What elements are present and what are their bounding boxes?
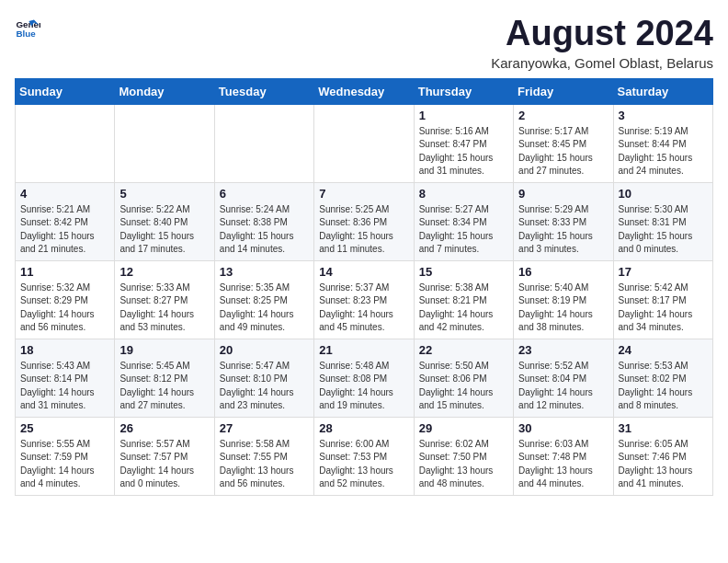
calendar-cell: 29 Sunrise: 6:02 AMSunset: 7:50 PMDaylig… [414,417,513,495]
day-number: 22 [419,343,508,357]
day-number: 11 [20,265,109,279]
calendar-cell: 26 Sunrise: 5:57 AMSunset: 7:57 PMDaylig… [115,417,214,495]
day-detail: Sunrise: 5:17 AMSunset: 8:45 PMDaylight:… [518,125,608,178]
calendar-cell: 11 Sunrise: 5:32 AMSunset: 8:29 PMDaylig… [16,260,115,339]
day-detail: Sunrise: 6:05 AMSunset: 7:46 PMDaylight:… [619,438,708,491]
logo-icon: General Blue [15,15,40,40]
day-number: 29 [419,421,508,435]
calendar-cell: 3 Sunrise: 5:19 AMSunset: 8:44 PMDayligh… [613,104,712,182]
calendar-cell: 30 Sunrise: 6:03 AMSunset: 7:48 PMDaylig… [514,417,613,495]
page-header: General Blue August 2024 Karanyowka, Gom… [15,15,713,71]
calendar-cell: 17 Sunrise: 5:42 AMSunset: 8:17 PMDaylig… [613,260,712,339]
calendar-cell: 5 Sunrise: 5:22 AMSunset: 8:40 PMDayligh… [115,182,214,260]
calendar-cell [214,104,313,182]
day-detail: Sunrise: 5:21 AMSunset: 8:42 PMDaylight:… [20,203,109,257]
day-number: 4 [20,187,109,201]
day-number: 14 [319,265,408,279]
calendar-cell [16,104,115,182]
calendar-cell: 25 Sunrise: 5:55 AMSunset: 7:59 PMDaylig… [16,417,115,495]
calendar-cell: 18 Sunrise: 5:43 AMSunset: 8:14 PMDaylig… [16,339,115,417]
day-detail: Sunrise: 5:22 AMSunset: 8:40 PMDaylight:… [119,203,209,257]
calendar-cell: 10 Sunrise: 5:30 AMSunset: 8:31 PMDaylig… [613,182,712,260]
day-number: 13 [220,265,309,279]
day-detail: Sunrise: 5:32 AMSunset: 8:29 PMDaylight:… [20,282,109,335]
day-detail: Sunrise: 5:42 AMSunset: 8:17 PMDaylight:… [619,282,708,335]
day-number: 27 [220,421,309,435]
day-detail: Sunrise: 5:24 AMSunset: 8:38 PMDaylight:… [220,203,309,257]
day-number: 5 [119,187,209,201]
day-detail: Sunrise: 5:25 AMSunset: 8:36 PMDaylight:… [319,203,408,257]
day-number: 8 [419,187,508,201]
day-detail: Sunrise: 5:53 AMSunset: 8:02 PMDaylight:… [619,360,708,413]
day-number: 24 [619,343,708,357]
calendar-cell: 14 Sunrise: 5:37 AMSunset: 8:23 PMDaylig… [314,260,414,339]
month-year-title: August 2024 [491,15,713,53]
day-number: 15 [419,265,508,279]
day-number: 19 [119,343,209,357]
day-detail: Sunrise: 6:00 AMSunset: 7:53 PMDaylight:… [319,438,408,491]
calendar-cell: 12 Sunrise: 5:33 AMSunset: 8:27 PMDaylig… [115,260,214,339]
day-number: 18 [20,343,109,357]
day-detail: Sunrise: 5:29 AMSunset: 8:33 PMDaylight:… [518,203,608,257]
calendar-cell: 6 Sunrise: 5:24 AMSunset: 8:38 PMDayligh… [214,182,313,260]
calendar-cell: 20 Sunrise: 5:47 AMSunset: 8:10 PMDaylig… [214,339,313,417]
calendar-cell: 23 Sunrise: 5:52 AMSunset: 8:04 PMDaylig… [514,339,613,417]
calendar-cell: 8 Sunrise: 5:27 AMSunset: 8:34 PMDayligh… [414,182,513,260]
calendar-cell: 28 Sunrise: 6:00 AMSunset: 7:53 PMDaylig… [314,417,414,495]
calendar-cell [314,104,414,182]
calendar-cell: 13 Sunrise: 5:35 AMSunset: 8:25 PMDaylig… [214,260,313,339]
calendar-table: SundayMondayTuesdayWednesdayThursdayFrid… [15,78,713,496]
day-detail: Sunrise: 5:19 AMSunset: 8:44 PMDaylight:… [619,125,708,178]
day-number: 23 [518,343,608,357]
weekday-header: Tuesday [214,78,313,104]
calendar-cell: 27 Sunrise: 5:58 AMSunset: 7:55 PMDaylig… [214,417,313,495]
day-number: 12 [119,265,209,279]
calendar-cell: 4 Sunrise: 5:21 AMSunset: 8:42 PMDayligh… [16,182,115,260]
day-detail: Sunrise: 5:48 AMSunset: 8:08 PMDaylight:… [319,360,408,413]
title-block: August 2024 Karanyowka, Gomel Oblast, Be… [491,15,713,71]
day-detail: Sunrise: 5:57 AMSunset: 7:57 PMDaylight:… [119,438,209,491]
location-subtitle: Karanyowka, Gomel Oblast, Belarus [491,55,713,71]
day-detail: Sunrise: 5:58 AMSunset: 7:55 PMDaylight:… [220,438,309,491]
day-number: 17 [619,265,708,279]
day-number: 1 [419,109,508,122]
calendar-cell [115,104,214,182]
day-detail: Sunrise: 5:30 AMSunset: 8:31 PMDaylight:… [619,203,708,257]
calendar-week-row: 11 Sunrise: 5:32 AMSunset: 8:29 PMDaylig… [16,260,713,339]
day-number: 28 [319,421,408,435]
calendar-cell: 7 Sunrise: 5:25 AMSunset: 8:36 PMDayligh… [314,182,414,260]
calendar-week-row: 1 Sunrise: 5:16 AMSunset: 8:47 PMDayligh… [16,104,713,182]
day-detail: Sunrise: 5:50 AMSunset: 8:06 PMDaylight:… [419,360,508,413]
day-detail: Sunrise: 5:27 AMSunset: 8:34 PMDaylight:… [419,203,508,257]
calendar-cell: 2 Sunrise: 5:17 AMSunset: 8:45 PMDayligh… [514,104,613,182]
day-detail: Sunrise: 5:55 AMSunset: 7:59 PMDaylight:… [20,438,109,491]
calendar-cell: 22 Sunrise: 5:50 AMSunset: 8:06 PMDaylig… [414,339,513,417]
calendar-cell: 31 Sunrise: 6:05 AMSunset: 7:46 PMDaylig… [613,417,712,495]
day-number: 6 [220,187,309,201]
weekday-header: Sunday [16,78,115,104]
day-number: 30 [518,421,608,435]
calendar-week-row: 4 Sunrise: 5:21 AMSunset: 8:42 PMDayligh… [16,182,713,260]
day-detail: Sunrise: 5:45 AMSunset: 8:12 PMDaylight:… [119,360,209,413]
calendar-cell: 21 Sunrise: 5:48 AMSunset: 8:08 PMDaylig… [314,339,414,417]
calendar-cell: 19 Sunrise: 5:45 AMSunset: 8:12 PMDaylig… [115,339,214,417]
day-detail: Sunrise: 5:37 AMSunset: 8:23 PMDaylight:… [319,282,408,335]
day-number: 9 [518,187,608,201]
calendar-cell: 24 Sunrise: 5:53 AMSunset: 8:02 PMDaylig… [613,339,712,417]
day-detail: Sunrise: 5:47 AMSunset: 8:10 PMDaylight:… [220,360,309,413]
weekday-header: Monday [115,78,214,104]
day-number: 7 [319,187,408,201]
day-detail: Sunrise: 5:40 AMSunset: 8:19 PMDaylight:… [518,282,608,335]
weekday-header: Saturday [613,78,712,104]
weekday-header: Wednesday [314,78,414,104]
day-detail: Sunrise: 5:43 AMSunset: 8:14 PMDaylight:… [20,360,109,413]
day-number: 10 [619,187,708,201]
calendar-week-row: 25 Sunrise: 5:55 AMSunset: 7:59 PMDaylig… [16,417,713,495]
day-detail: Sunrise: 6:03 AMSunset: 7:48 PMDaylight:… [518,438,608,491]
day-number: 20 [220,343,309,357]
weekday-header-row: SundayMondayTuesdayWednesdayThursdayFrid… [16,78,713,104]
day-number: 2 [518,109,608,122]
calendar-cell: 9 Sunrise: 5:29 AMSunset: 8:33 PMDayligh… [514,182,613,260]
day-number: 3 [619,109,708,122]
weekday-header: Thursday [414,78,513,104]
